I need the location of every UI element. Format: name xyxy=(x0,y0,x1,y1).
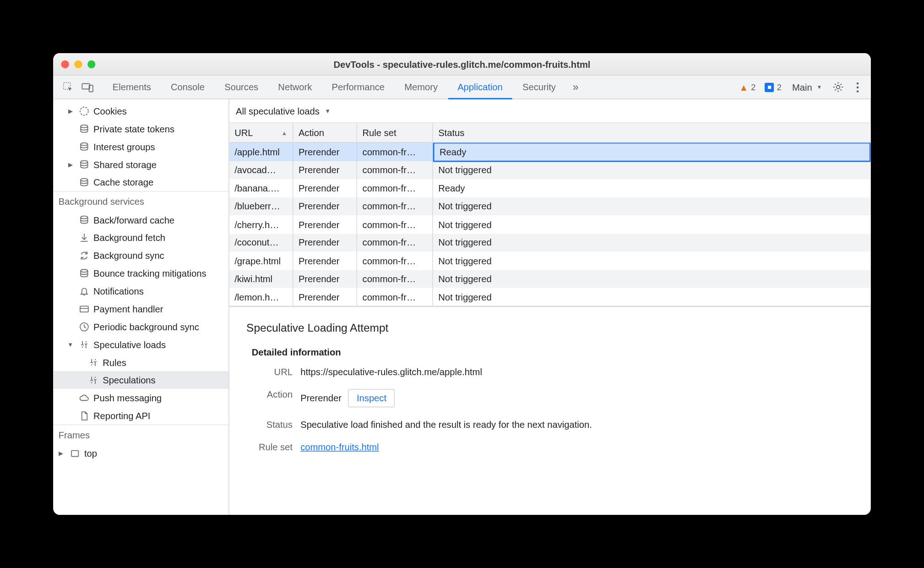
inspect-button[interactable]: Inspect xyxy=(348,389,395,407)
cell-status: Ready xyxy=(433,179,871,197)
speculation-details: Speculative Loading Attempt Detailed inf… xyxy=(229,306,871,515)
sidebar-item[interactable]: Speculations xyxy=(53,371,228,389)
issues-indicator[interactable]: ■2 xyxy=(765,82,782,92)
col-action[interactable]: Action xyxy=(293,123,357,142)
settings-icon[interactable] xyxy=(829,78,847,96)
speculations-filter[interactable]: All speculative loads ▼ xyxy=(229,99,871,123)
sidebar-item[interactable]: ▶top xyxy=(53,444,228,462)
device-toggle-icon[interactable] xyxy=(78,78,97,96)
chevron-right-icon: ▶ xyxy=(66,161,74,167)
cell-status: Not triggered xyxy=(433,251,871,270)
table-row[interactable]: /coconut…Prerendercommon-fr…Not triggere… xyxy=(229,234,871,252)
sidebar-item-label: Cache storage xyxy=(93,177,153,187)
sidebar-item[interactable]: Cache storage xyxy=(53,173,228,191)
target-selector[interactable]: Main▼ xyxy=(792,82,822,93)
details-subtitle: Detailed information xyxy=(252,347,854,357)
svg-point-5 xyxy=(857,86,859,88)
sidebar-item[interactable]: Notifications xyxy=(53,282,228,300)
sort-asc-icon: ▲ xyxy=(282,129,288,136)
spec-icon xyxy=(78,339,89,350)
sidebar-item-label: Back/forward cache xyxy=(93,214,174,225)
sidebar-item[interactable]: ▶Cookies xyxy=(53,102,228,120)
issues-count: 2 xyxy=(777,82,782,92)
col-ruleset[interactable]: Rule set xyxy=(357,123,433,142)
cloud-icon xyxy=(78,392,89,403)
cell-action: Prerender xyxy=(293,251,357,270)
doc-icon xyxy=(78,410,89,421)
kebab-menu-icon[interactable] xyxy=(848,78,867,96)
zoom-icon[interactable] xyxy=(87,60,95,68)
cell-status: Not triggered xyxy=(433,197,871,216)
cell-ruleset: common-fr… xyxy=(357,215,433,234)
speculations-table: URL▲ Action Rule set Status /apple.htmlP… xyxy=(229,123,871,306)
sidebar-item[interactable]: Back/forward cache xyxy=(53,211,228,229)
sidebar-item[interactable]: Rules xyxy=(53,353,228,371)
col-url[interactable]: URL▲ xyxy=(229,123,294,142)
cell-url: /cherry.h… xyxy=(229,215,294,234)
panel-tabbar: Elements Console Sources Network Perform… xyxy=(53,76,871,99)
sidebar-item-label: Speculative loads xyxy=(93,339,166,350)
inspect-element-icon[interactable] xyxy=(59,78,77,96)
sidebar-item[interactable]: ▶Shared storage xyxy=(53,155,228,173)
sidebar-item-label: Cookies xyxy=(93,105,127,116)
cell-status: Not triggered xyxy=(433,270,871,288)
sidebar-item[interactable]: Push messaging xyxy=(53,389,228,407)
sidebar-item[interactable]: Bounce tracking mitigations xyxy=(53,264,228,282)
tab-sources[interactable]: Sources xyxy=(215,75,267,99)
window-titlebar: DevTools - speculative-rules.glitch.me/c… xyxy=(53,53,871,76)
minimize-icon[interactable] xyxy=(74,60,82,68)
more-tabs-icon[interactable]: » xyxy=(566,78,585,96)
table-row[interactable]: /grape.htmlPrerendercommon-fr…Not trigge… xyxy=(229,251,871,270)
tab-application[interactable]: Application xyxy=(448,75,512,99)
col-status[interactable]: Status xyxy=(433,123,871,142)
tab-performance[interactable]: Performance xyxy=(322,75,394,99)
table-row[interactable]: /blueberr…Prerendercommon-fr…Not trigger… xyxy=(229,197,871,216)
cell-status: Ready xyxy=(433,143,871,162)
cell-ruleset: common-fr… xyxy=(357,143,433,161)
table-row[interactable]: /kiwi.htmlPrerendercommon-fr…Not trigger… xyxy=(229,270,871,288)
tab-network[interactable]: Network xyxy=(269,75,321,99)
detail-url-value: https://speculative-rules.glitch.me/appl… xyxy=(300,366,482,377)
tab-elements[interactable]: Elements xyxy=(103,75,160,99)
svg-rect-14 xyxy=(80,306,88,312)
db-icon xyxy=(78,268,89,279)
svg-point-4 xyxy=(857,82,859,84)
cell-action: Prerender xyxy=(293,234,357,252)
sidebar-item[interactable]: Payment handler xyxy=(53,300,228,318)
sidebar-item[interactable]: Background sync xyxy=(53,246,228,264)
table-row[interactable]: /lemon.h…Prerendercommon-fr…Not triggere… xyxy=(229,288,871,306)
sidebar-item-label: Interest groups xyxy=(93,141,155,152)
table-row[interactable]: /banana.…Prerendercommon-fr…Ready xyxy=(229,179,871,197)
details-title: Speculative Loading Attempt xyxy=(246,322,853,335)
cell-url: /kiwi.html xyxy=(229,270,294,288)
sidebar-item[interactable]: Interest groups xyxy=(53,137,228,155)
chevron-right-icon: ▶ xyxy=(66,108,74,114)
sidebar-section-background-services: Background services xyxy=(53,191,228,211)
tab-memory[interactable]: Memory xyxy=(395,75,447,99)
svg-point-3 xyxy=(836,85,839,88)
table-row[interactable]: /cherry.h…Prerendercommon-fr…Not trigger… xyxy=(229,215,871,234)
table-row[interactable]: /apple.htmlPrerendercommon-fr…Ready xyxy=(229,143,871,161)
svg-point-6 xyxy=(857,90,859,92)
sidebar-item-label: Bounce tracking mitigations xyxy=(93,268,207,279)
sidebar-item[interactable]: Background fetch xyxy=(53,229,228,246)
sidebar-item-label: Background sync xyxy=(93,250,164,261)
card-icon xyxy=(78,303,89,314)
detail-ruleset-link[interactable]: common-fruits.html xyxy=(300,442,379,452)
sidebar-item[interactable]: Private state tokens xyxy=(53,120,228,137)
cell-url: /banana.… xyxy=(229,179,294,197)
db-icon xyxy=(78,158,89,169)
cell-ruleset: common-fr… xyxy=(357,270,433,288)
svg-point-9 xyxy=(80,142,87,145)
sidebar-item[interactable]: Periodic background sync xyxy=(53,317,228,335)
svg-point-7 xyxy=(80,107,88,115)
warnings-indicator[interactable]: ▲2 xyxy=(739,82,756,93)
close-icon[interactable] xyxy=(61,60,69,68)
table-row[interactable]: /avocad…Prerendercommon-fr…Not triggered xyxy=(229,161,871,179)
cell-action: Prerender xyxy=(293,179,357,197)
tab-console[interactable]: Console xyxy=(162,75,214,99)
sidebar-item[interactable]: Reporting API xyxy=(53,407,228,425)
sidebar-item-label: Shared storage xyxy=(93,159,157,169)
tab-security[interactable]: Security xyxy=(513,75,565,99)
sidebar-item[interactable]: ▼Speculative loads xyxy=(53,335,228,353)
